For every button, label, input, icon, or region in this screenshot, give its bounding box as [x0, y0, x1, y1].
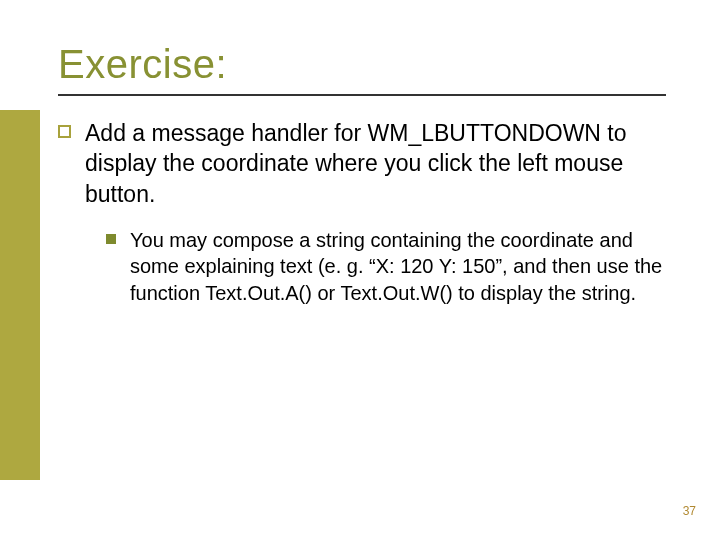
slide-content: Add a message handler for WM_LBUTTONDOWN… — [58, 118, 668, 306]
left-accent-stripe — [0, 110, 40, 480]
bullet-text-2: You may compose a string containing the … — [130, 227, 668, 306]
title-underline — [58, 94, 666, 96]
bullet-level-1: Add a message handler for WM_LBUTTONDOWN… — [58, 118, 668, 209]
bullet-level-2: You may compose a string containing the … — [106, 227, 668, 306]
bullet-text-1: Add a message handler for WM_LBUTTONDOWN… — [85, 118, 668, 209]
square-filled-bullet-icon — [106, 234, 116, 244]
slide-title: Exercise: — [58, 42, 227, 87]
page-number: 37 — [683, 504, 696, 518]
square-outline-bullet-icon — [58, 125, 71, 138]
